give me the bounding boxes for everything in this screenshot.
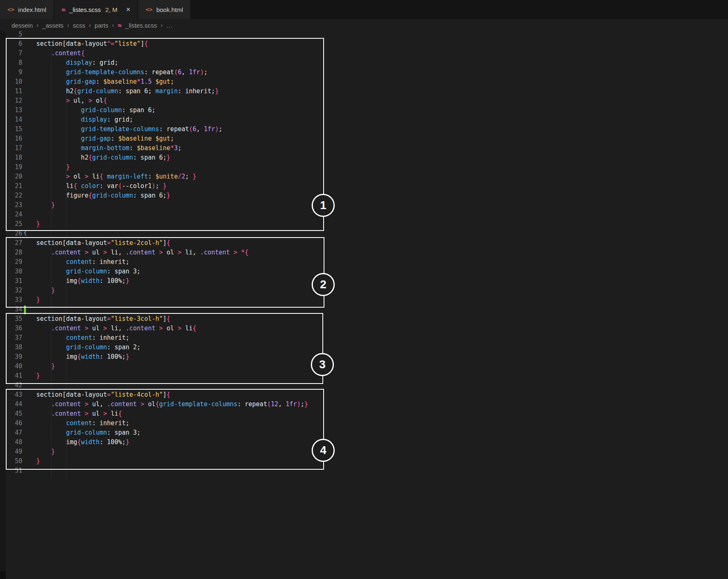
code-area[interactable]: 56section[data-layout^="liste"]{7 .conte… [0, 30, 728, 475]
code-line-text: } [22, 295, 40, 305]
code-line-text: img{width: 100%;} [22, 438, 129, 447]
code-line-text: section[data-layout="liste-2col-h"]{ [22, 238, 170, 248]
line-number: 11 [0, 87, 22, 96]
breadcrumb-file[interactable]: _listes.scss [125, 22, 157, 29]
line-number: 50 [0, 457, 22, 466]
code-line[interactable]: 50} [0, 457, 728, 466]
code-line[interactable]: 51 [0, 466, 728, 475]
code-line[interactable]: 35section[data-layout="liste-3col-h"]{ [0, 314, 728, 324]
chevron-right-icon: › [161, 22, 163, 28]
line-number: 37 [0, 333, 22, 343]
code-line[interactable]: 15 grid-template-columns: repeat(6, 1fr)… [0, 125, 728, 134]
code-line[interactable]: 19 } [0, 162, 728, 172]
code-line[interactable]: 40 } [0, 362, 728, 371]
editor-pane[interactable]: 56section[data-layout^="liste"]{7 .conte… [0, 31, 728, 579]
code-line-text: .content > ul > li, .content > ol > li, … [22, 248, 249, 257]
code-line[interactable]: 23 } [0, 200, 728, 210]
code-line[interactable]: 47 grid-column: span 3; [0, 428, 728, 438]
close-icon[interactable]: × [126, 6, 131, 13]
code-line[interactable]: 17 margin-bottom: $baseline*3; [0, 144, 728, 153]
code-line[interactable]: 13 grid-column: span 6; [0, 106, 728, 115]
code-line[interactable]: 18 h2{grid-column: span 6;} [0, 153, 728, 162]
code-line[interactable]: 39 img{width: 100%;} [0, 352, 728, 362]
code-line-text: > ol > li{ margin-left: $unite/2; } [22, 172, 196, 181]
code-line[interactable]: 37 content: inherit; [0, 333, 728, 343]
code-line-text: h2{grid-column: span 6; margin: inherit;… [22, 87, 219, 96]
line-number: 46 [0, 419, 22, 428]
code-line[interactable]: 29 content: inherit; [0, 257, 728, 267]
code-line[interactable]: 9 grid-template-columns: repeat(6, 1fr); [0, 68, 728, 77]
breadcrumb-item-parts[interactable]: parts [94, 22, 108, 29]
code-line[interactable]: 46 content: inherit; [0, 419, 728, 428]
code-line[interactable]: 42 [0, 381, 728, 390]
code-line[interactable]: 48 img{width: 100%;} [0, 438, 728, 447]
line-number: 7 [0, 49, 22, 58]
code-line-text: content: inherit; [22, 419, 129, 428]
code-line[interactable]: 24 [0, 210, 728, 219]
code-line[interactable]: 8 display: grid; [0, 58, 728, 68]
code-line[interactable]: 30 grid-column: span 3; [0, 267, 728, 276]
line-number: 51 [0, 466, 22, 475]
code-line[interactable]: 41} [0, 371, 728, 381]
code-line[interactable]: 26 [0, 229, 728, 238]
code-line[interactable]: 44 .content > ul, .content > ol{grid-tem… [0, 400, 728, 409]
code-line-text: img{width: 100%;} [22, 276, 129, 286]
code-line-text [22, 466, 36, 475]
code-line[interactable]: 34 [0, 305, 728, 314]
line-number: 49 [0, 447, 22, 457]
line-number: 29 [0, 257, 22, 267]
code-line[interactable]: 32 } [0, 286, 728, 295]
code-line[interactable]: 22 figure{grid-column: span 6;} [0, 191, 728, 200]
code-line[interactable]: 45 .content > ul > li{ [0, 409, 728, 419]
code-line[interactable]: 12 > ul, > ol{ [0, 96, 728, 106]
line-number: 34 [0, 305, 22, 314]
code-line-text: .content > ul, .content > ol{grid-templa… [22, 400, 308, 409]
code-line[interactable]: 31 img{width: 100%;} [0, 276, 728, 286]
annotation-number-1: 1 [312, 194, 335, 217]
code-line-text: content: inherit; [22, 257, 129, 267]
code-line[interactable]: 25} [0, 219, 728, 229]
code-line[interactable]: 6section[data-layout^="liste"]{ [0, 39, 728, 49]
line-number: 17 [0, 144, 22, 153]
code-line-text: grid-column: span 3; [22, 267, 141, 276]
code-line[interactable]: 5 [0, 30, 728, 39]
code-line-text: display: grid; [22, 115, 133, 125]
tab-label: _listes.scss [69, 6, 101, 13]
code-line[interactable]: 28 .content > ul > li, .content > ol > l… [0, 248, 728, 257]
line-number: 36 [0, 324, 22, 333]
code-line[interactable]: 38 grid-column: span 2; [0, 343, 728, 352]
code-line[interactable]: 36 .content > ul > li, .content > ol > l… [0, 324, 728, 333]
code-line-text: } [22, 457, 40, 466]
tab-book.html[interactable]: <>book.html [138, 0, 191, 19]
code-line[interactable]: 7 .content{ [0, 49, 728, 58]
code-line[interactable]: 16 grid-gap: $baseline $gut; [0, 134, 728, 144]
code-line[interactable]: 11 h2{grid-column: span 6; margin: inher… [0, 87, 728, 96]
code-line-text: } [22, 286, 55, 295]
tab-_listes.scss[interactable]: ≈_listes.scss2, M× [54, 0, 138, 19]
code-line[interactable]: 20 > ol > li{ margin-left: $unite/2; } [0, 172, 728, 181]
code-line[interactable]: 21 li{ color: var(--color1); } [0, 181, 728, 191]
line-number: 44 [0, 400, 22, 409]
code-line-text: grid-column: span 2; [22, 343, 141, 352]
line-number: 31 [0, 276, 22, 286]
line-number: 43 [0, 390, 22, 400]
breadcrumb-item-_assets[interactable]: _assets [42, 22, 63, 29]
code-line-text: .content > ul > li, .content > ol > li{ [22, 324, 196, 333]
code-line-text: display: grid; [22, 58, 118, 68]
line-number: 32 [0, 286, 22, 295]
code-line[interactable]: 14 display: grid; [0, 115, 728, 125]
code-line[interactable]: 33} [0, 295, 728, 305]
code-line[interactable]: 10 grid-gap: $baseline*1.5 $gut; [0, 77, 728, 87]
code-line[interactable]: 27section[data-layout="liste-2col-h"]{ [0, 238, 728, 248]
code-line-text: section[data-layout^="liste"]{ [22, 39, 148, 49]
code-line[interactable]: 43section[data-layout="liste-4col-h"]{ [0, 390, 728, 400]
breadcrumb-item-scss[interactable]: scss [73, 22, 85, 29]
breadcrumb-more[interactable]: … [166, 22, 172, 29]
breadcrumb-item-dessein[interactable]: dessein [12, 22, 33, 29]
line-number: 48 [0, 438, 22, 447]
code-line[interactable]: 49 } [0, 447, 728, 457]
gutter-brace-marker: { [23, 230, 27, 235]
tab-index.html[interactable]: <>index.html [0, 0, 54, 19]
line-number: 16 [0, 134, 22, 144]
line-number: 8 [0, 58, 22, 68]
